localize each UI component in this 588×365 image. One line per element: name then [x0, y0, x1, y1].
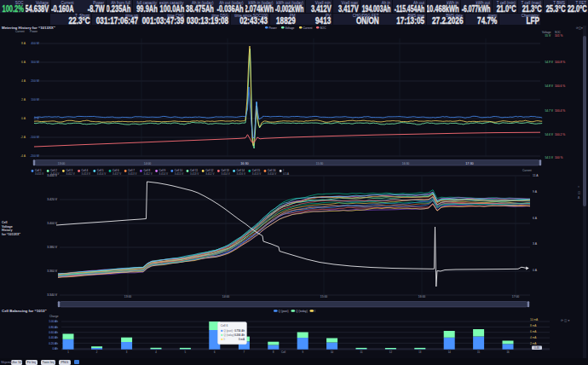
svg-text:3.360 V: 3.360 V: [47, 269, 57, 273]
svg-text:0.5 A: 0.5 A: [283, 172, 289, 176]
svg-text:4: 4: [155, 351, 157, 354]
svg-text:3 A: 3 A: [533, 242, 538, 246]
svg-text:3.400 V: 3.400 V: [47, 222, 57, 225]
svg-text:100.8 %: 100.8 %: [555, 61, 565, 64]
svg-text:-4 A: -4 A: [20, 154, 26, 158]
svg-text:11 A: 11 A: [533, 174, 539, 177]
svg-text:16: 16: [506, 351, 510, 354]
svg-text:0.266 Ah: 0.266 Ah: [234, 333, 245, 337]
svg-text:17:30: 17:30: [465, 162, 474, 165]
svg-text:3.380 V: 3.380 V: [47, 246, 57, 249]
svg-text:9 A: 9 A: [533, 190, 538, 194]
svg-text:100 W: 100 W: [31, 98, 40, 101]
svg-text:3.414 V: 3.414 V: [221, 172, 229, 176]
svg-text:Voltage: Voltage: [2, 225, 13, 229]
svg-text:0 mA: 0 mA: [239, 338, 245, 341]
svg-text:17:00: 17:00: [512, 295, 520, 298]
svg-text:4 mA: 4 mA: [530, 336, 537, 339]
svg-text:0.60 Ah: 0.60 Ah: [49, 331, 58, 334]
svg-text:400 W: 400 W: [31, 42, 40, 45]
svg-text:3.412 V: 3.412 V: [66, 172, 74, 176]
svg-text:0 A: 0 A: [533, 269, 538, 272]
svg-text:100.2 %: 100.2 %: [555, 133, 565, 136]
svg-text:3.413 V: 3.413 V: [128, 172, 136, 176]
svg-text:6 mA: 6 mA: [530, 330, 537, 333]
svg-text:2 A: 2 A: [21, 98, 26, 101]
svg-text:0 W: 0 W: [34, 117, 40, 120]
svg-text:100.6 %: 100.6 %: [555, 84, 565, 88]
svg-text:0.40 Ah: 0.40 Ah: [49, 336, 58, 339]
svg-text:54.7 V: 54.7 V: [545, 109, 554, 113]
svg-text:8 A: 8 A: [21, 42, 26, 45]
svg-text:Current: Current: [15, 30, 25, 33]
svg-text:9: 9: [302, 351, 303, 354]
svg-text:Q (today): Q (today): [296, 310, 308, 313]
svg-text:54.9 V: 54.9 V: [545, 61, 554, 64]
svg-text:7: 7: [244, 351, 245, 354]
svg-text:12: 12: [389, 351, 393, 354]
svg-text:55 V: 55 V: [545, 34, 552, 38]
svg-text:100 %: 100 %: [555, 156, 562, 159]
svg-text:0 A: 0 A: [21, 117, 26, 120]
svg-text:13:00: 13:00: [124, 295, 132, 298]
svg-text:3.413 V: 3.413 V: [252, 172, 261, 176]
svg-text:Current: Current: [303, 26, 312, 30]
svg-text:3.414 V: 3.414 V: [50, 172, 59, 176]
svg-text:6 A: 6 A: [21, 61, 26, 64]
svg-text:3.414 V: 3.414 V: [159, 172, 168, 176]
svg-text:13:00: 13:00: [58, 162, 66, 165]
svg-text:0 Ah: 0 Ah: [53, 347, 59, 351]
svg-text:3.414 V: 3.414 V: [268, 172, 276, 176]
svg-text:SOC: SOC: [320, 26, 326, 30]
svg-text:16:00: 16:00: [418, 295, 426, 298]
svg-text:0.46: 0.46: [534, 346, 539, 350]
svg-text:Power: Power: [268, 26, 277, 30]
svg-text:3.412 V: 3.412 V: [205, 172, 214, 176]
svg-text:Δ: Δ: [578, 196, 580, 200]
svg-text:3.340 V: 3.340 V: [47, 293, 57, 297]
svg-text:0.20 Ah: 0.20 Ah: [49, 342, 58, 345]
svg-text:3.416 V: 3.416 V: [237, 172, 245, 176]
svg-text:100.4 %: 100.4 %: [555, 109, 565, 113]
svg-text:Voltage: Voltage: [542, 31, 551, 34]
svg-text:10: 10: [331, 351, 334, 354]
svg-text:11: 11: [360, 351, 363, 354]
svg-text:6 A: 6 A: [533, 217, 538, 220]
svg-text:200 W: 200 W: [31, 79, 40, 83]
svg-text:15:00: 15:00: [320, 295, 328, 298]
svg-text:8: 8: [273, 351, 274, 354]
svg-text:-100 W: -100 W: [30, 136, 40, 139]
svg-text:3.415 V: 3.415 V: [175, 172, 183, 176]
svg-text:3.417 V: 3.417 V: [112, 172, 121, 176]
svg-text:1.00 Ah: 1.00 Ah: [49, 320, 58, 323]
svg-text:Charge: Charge: [49, 315, 59, 318]
svg-text:3.412 V: 3.412 V: [143, 172, 152, 176]
svg-text:54.8 V: 54.8 V: [545, 84, 554, 88]
svg-text:◫: ◫: [578, 191, 580, 194]
svg-text:Current: Current: [522, 169, 532, 172]
svg-text:Voltage: Voltage: [285, 26, 294, 30]
svg-text:History: History: [2, 229, 12, 232]
svg-text:3.420 V: 3.420 V: [47, 198, 57, 201]
svg-text:Cell 6: Cell 6: [221, 324, 228, 327]
svg-text:3.413 V: 3.413 V: [82, 172, 90, 176]
svg-text:Metering History for “1013XX”: Metering History for “1013XX”: [2, 26, 55, 30]
svg-text:-200 W: -200 W: [30, 154, 40, 158]
svg-text:Cell: Cell: [281, 351, 286, 354]
svg-text:300 W: 300 W: [31, 61, 40, 64]
svg-text:3: 3: [126, 351, 128, 354]
svg-text:16:30: 16:30: [240, 162, 249, 165]
svg-text:14: 14: [448, 351, 452, 354]
svg-text:14:00: 14:00: [222, 295, 230, 298]
svg-text:15: 15: [477, 351, 481, 354]
svg-text:for “1013XX”: for “1013XX”: [2, 233, 20, 236]
svg-text:Q (today):: Q (today):: [224, 333, 235, 337]
svg-text:0.756 Ah: 0.756 Ah: [234, 329, 245, 333]
svg-text:0.80 Ah: 0.80 Ah: [49, 326, 58, 329]
svg-text:Power: Power: [30, 30, 38, 33]
svg-text:Cell Balancing for “1013”: Cell Balancing for “1013”: [2, 309, 47, 313]
svg-text:Q (past):: Q (past):: [224, 329, 233, 333]
svg-text:⟳ ◫ ▾: ⟳ ◫ ▾: [561, 319, 569, 322]
svg-text:1: 1: [67, 351, 69, 354]
svg-text:2: 2: [96, 351, 98, 354]
